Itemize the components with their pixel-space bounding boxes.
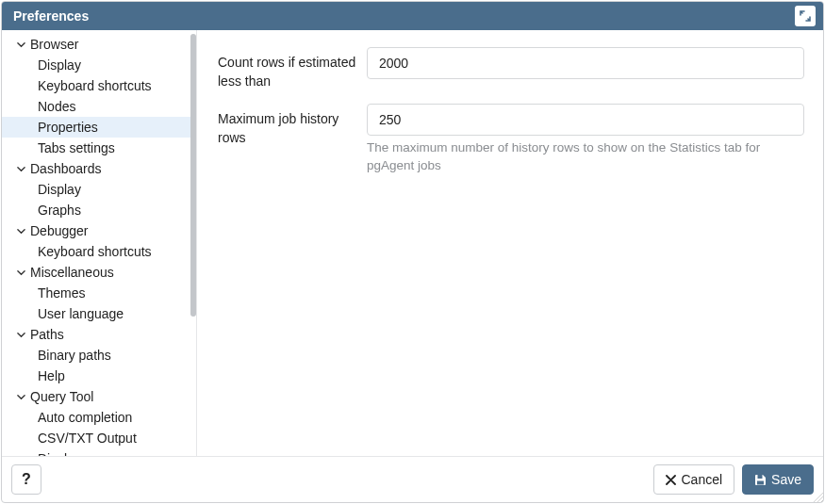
tree-item[interactable]: Help [2, 366, 196, 386]
scrollbar-thumb[interactable] [190, 34, 196, 317]
tree-group-label: Dashboards [30, 161, 102, 176]
tree-item[interactable]: Nodes [2, 96, 196, 117]
tree-item[interactable]: User language [2, 303, 196, 324]
footer: ? Cancel Save [2, 457, 823, 502]
save-button[interactable]: Save [742, 464, 814, 495]
tree-item-label: Tabs settings [38, 140, 115, 155]
resize-grip-icon[interactable] [814, 493, 823, 502]
chevron-down-icon [15, 329, 26, 340]
count-rows-input[interactable] [367, 47, 804, 79]
save-icon [754, 474, 767, 486]
cancel-button[interactable]: Cancel [653, 464, 734, 495]
help-icon: ? [22, 471, 31, 488]
tree-group-label: Paths [30, 327, 64, 342]
chevron-down-icon [15, 225, 26, 236]
tree-item[interactable]: Properties [2, 117, 196, 138]
chevron-down-icon [15, 163, 26, 174]
tree-item-label: User language [38, 306, 124, 321]
tree-item[interactable]: Graphs [2, 200, 196, 220]
tree-item-label: Display [38, 451, 81, 456]
tree-item[interactable]: Display [2, 55, 196, 75]
tree-item-label: Binary paths [38, 348, 111, 363]
close-icon [666, 475, 676, 485]
tree-item[interactable]: Keyboard shortcuts [2, 241, 196, 262]
tree-group-label: Query Tool [30, 389, 93, 404]
preferences-dialog: Preferences BrowserDisplayKeyboard short… [1, 1, 824, 503]
tree-group[interactable]: Query Tool [2, 386, 196, 407]
tree-group-label: Debugger [30, 223, 89, 238]
tree-item-label: Graphs [38, 203, 81, 218]
tree-item-label: Properties [38, 120, 98, 135]
cancel-label: Cancel [681, 472, 722, 487]
maximize-icon [800, 10, 811, 22]
chevron-down-icon [15, 391, 26, 402]
tree-item-label: CSV/TXT Output [38, 431, 137, 446]
tree-group-label: Browser [30, 37, 78, 52]
tree-item[interactable]: Themes [2, 283, 196, 303]
tree-item[interactable]: Auto completion [2, 407, 196, 428]
svg-rect-1 [757, 480, 764, 484]
window-title: Preferences [13, 8, 89, 24]
max-history-label: Maximum job history rows [218, 104, 367, 147]
maximize-button[interactable] [795, 6, 816, 26]
chevron-down-icon [15, 267, 26, 278]
tree-item[interactable]: Keyboard shortcuts [2, 75, 196, 96]
chevron-down-icon [15, 39, 26, 50]
max-history-input[interactable] [367, 104, 804, 136]
tree-item-label: Keyboard shortcuts [38, 244, 152, 259]
tree-item-label: Auto completion [38, 410, 132, 425]
tree-group[interactable]: Browser [2, 34, 196, 55]
max-history-help: The maximum number of history rows to sh… [367, 139, 804, 175]
tree-group[interactable]: Debugger [2, 220, 196, 241]
content-pane: Count rows if estimated less than Maximu… [197, 30, 823, 456]
tree-group[interactable]: Miscellaneous [2, 262, 196, 283]
titlebar: Preferences [2, 2, 823, 30]
tree-item-label: Help [38, 368, 65, 383]
tree-group-label: Miscellaneous [30, 265, 114, 280]
tree-item[interactable]: Tabs settings [2, 138, 196, 158]
tree-group[interactable]: Dashboards [2, 158, 196, 179]
tree-item-label: Display [38, 57, 81, 73]
tree-item-label: Nodes [38, 99, 75, 114]
count-rows-row: Count rows if estimated less than [218, 47, 804, 90]
tree-item-label: Display [38, 182, 81, 197]
svg-rect-0 [758, 475, 763, 479]
tree-item[interactable]: Binary paths [2, 345, 196, 366]
sidebar: BrowserDisplayKeyboard shortcutsNodesPro… [2, 30, 197, 456]
tree-item-label: Keyboard shortcuts [38, 78, 152, 93]
count-rows-label: Count rows if estimated less than [218, 47, 367, 90]
dialog-body: BrowserDisplayKeyboard shortcutsNodesPro… [2, 30, 823, 457]
sidebar-tree[interactable]: BrowserDisplayKeyboard shortcutsNodesPro… [2, 30, 196, 456]
tree-group[interactable]: Paths [2, 324, 196, 345]
tree-item[interactable]: CSV/TXT Output [2, 428, 196, 448]
tree-item[interactable]: Display [2, 179, 196, 200]
max-history-row: Maximum job history rows The maximum num… [218, 104, 804, 175]
save-label: Save [771, 472, 801, 487]
tree-item-label: Themes [38, 285, 86, 301]
tree-item[interactable]: Display [2, 448, 196, 456]
help-button[interactable]: ? [11, 464, 41, 495]
